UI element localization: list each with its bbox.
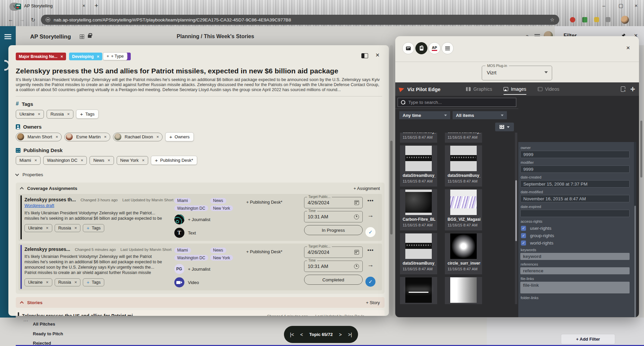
filter-scrollbar[interactable] (640, 45, 643, 317)
image-result-tile[interactable]: BGS_VIZ_Magasinet11/16/15 8:47 AM (445, 189, 482, 230)
hamburger-icon[interactable] (4, 34, 11, 35)
chevron-up-icon[interactable] (20, 301, 23, 305)
status-button[interactable]: In Progress (304, 225, 363, 235)
extension-icon-red[interactable] (570, 17, 575, 22)
clock-icon[interactable] (354, 214, 359, 219)
add-desk-button[interactable]: +Publishing Desk* (151, 156, 197, 165)
status-button[interactable]: Completed (304, 275, 363, 285)
clock-icon[interactable] (354, 264, 359, 269)
remove-icon[interactable]: × (142, 158, 144, 163)
open-story-arrow-icon[interactable]: → (373, 316, 380, 316)
remove-icon[interactable]: × (38, 112, 41, 117)
properties-toggle[interactable]: Properties (16, 172, 382, 177)
remove-icon[interactable]: × (35, 158, 37, 163)
bookmark-star-icon[interactable]: ☆ (550, 17, 554, 23)
split-view-icon[interactable] (361, 53, 368, 58)
checkbox-checked-icon[interactable]: ✓ (521, 233, 526, 238)
panel-close-icon[interactable]: × (626, 44, 630, 52)
modal-close-icon[interactable]: × (375, 51, 379, 59)
pager-last-icon[interactable]: >| (348, 332, 352, 337)
clipboard-icon[interactable] (415, 42, 427, 54)
metadata-scrollbar-thumb[interactable] (634, 206, 636, 317)
grid-view-button[interactable] (495, 123, 514, 131)
image-result-tile[interactable]: dataStreamBusy_...11/16/15 8:47 AM (445, 145, 482, 187)
desk-pill[interactable]: Miami (174, 198, 191, 204)
desk-pill[interactable]: News (210, 248, 226, 253)
rundown-icon[interactable] (402, 42, 414, 54)
sidebar-item-all-pitches[interactable]: All Pitches (33, 322, 55, 327)
chip[interactable]: Russia× (47, 110, 73, 119)
image-result-tile[interactable]: dataStreamBusy_...11/16/15 8:47 AM (400, 233, 437, 274)
target-date-field[interactable]: Target Public...4/26/2024 (304, 247, 363, 258)
tab-images[interactable]: Images (504, 82, 526, 96)
remove-icon[interactable]: × (67, 112, 70, 117)
add-story-button[interactable]: + Story (366, 300, 380, 305)
add-publishing-desk-button[interactable]: + Publishing Desk* (246, 200, 283, 205)
viz-search-input[interactable]: Type to search... (398, 98, 516, 107)
page-scrollbar-thumb[interactable] (390, 141, 393, 234)
filter-scrollbar-thumb[interactable] (640, 121, 642, 178)
metadata-scrollbar[interactable] (634, 142, 636, 317)
desk-pill[interactable]: Washington DC (174, 255, 209, 261)
add-journalist-button[interactable]: + Journalist (188, 217, 211, 222)
meta-field-date-modified[interactable]: November 16, 2015 at 8:47 AM (520, 195, 630, 202)
tab-videos[interactable]: Videos (538, 82, 560, 96)
open-assignment-arrow-icon[interactable]: → (367, 261, 374, 269)
add-owners-button[interactable]: +Owners (165, 132, 194, 141)
type-pill[interactable]: Major Breaking Ne...× (16, 53, 66, 60)
complete-check-icon[interactable]: ✓ (365, 227, 375, 237)
complete-check-icon[interactable]: ✓ (365, 277, 375, 287)
mos-plugin-select[interactable]: MOS Plug-in Vizrt (482, 66, 552, 80)
chevron-up-icon[interactable] (20, 187, 23, 191)
tab-graphics[interactable]: Graphics (466, 82, 492, 96)
desk-pill[interactable]: News (210, 198, 226, 204)
image-result-tile[interactable] (400, 277, 437, 304)
image-result-tile[interactable]: Carbon-Fibre_BLA...11/16/15 8:47 AM (400, 189, 437, 230)
remove-icon[interactable]: × (97, 54, 100, 59)
time-filter-dropdown[interactable]: Any time (399, 111, 450, 119)
meta-field-date-expired[interactable] (520, 210, 630, 217)
tab-close-icon[interactable]: × (82, 3, 85, 8)
extension-icon-yellow[interactable] (594, 17, 599, 22)
chip[interactable]: News× (90, 156, 114, 165)
extension-icon-green[interactable] (582, 17, 587, 22)
list-view-icon[interactable] (442, 42, 454, 54)
meta-field-owner[interactable]: 9999 (520, 151, 630, 158)
chip[interactable]: Esme Martin× (64, 133, 110, 141)
type-pill[interactable]: Developing× (69, 53, 102, 60)
chip[interactable]: Ukraine× (24, 278, 52, 286)
pager-next-icon[interactable]: > (339, 332, 342, 337)
chip[interactable]: Russia× (55, 224, 81, 232)
reload-button[interactable]: ↻ (31, 17, 35, 23)
remove-icon[interactable]: × (56, 134, 58, 139)
chip[interactable]: Russia× (55, 278, 81, 286)
pager-prev-icon[interactable]: < (300, 332, 303, 337)
desk-pill[interactable]: Miami (174, 248, 191, 253)
remove-icon[interactable]: × (46, 225, 49, 230)
extensions-puzzle-icon[interactable] (605, 17, 610, 22)
breadcrumb[interactable]: Planning / This Week's Stories (177, 33, 254, 40)
coverage-assignment-row[interactable]: Zelenskyy presses th...Changed 3 hours a… (18, 194, 382, 241)
desk-pill[interactable]: New York (210, 255, 233, 261)
remove-icon[interactable]: × (156, 134, 159, 139)
window-maximize-button[interactable]: ▢ (619, 3, 623, 9)
chip[interactable]: Miami× (16, 156, 41, 165)
address-bar[interactable]: nab.ap-storytelling.com/APStorytelling/#… (41, 15, 559, 25)
move-icon[interactable]: ✛ (631, 86, 635, 92)
assignment-title[interactable]: Zelenskyy presses... (24, 247, 70, 252)
story-title[interactable]: Zelenskyy presses the US and allies for … (16, 67, 382, 75)
meta-field-file-links[interactable]: file-link (520, 282, 630, 293)
back-button[interactable]: ← (8, 17, 13, 23)
new-tab-button[interactable]: + (95, 2, 98, 9)
calendar-icon[interactable] (354, 250, 359, 255)
site-settings-icon[interactable] (46, 17, 50, 22)
target-date-field[interactable]: Target Public...4/26/2024 (304, 197, 363, 208)
sidebar-item-ready-to-pitch[interactable]: Ready to Pitch (33, 331, 63, 336)
image-result-tile[interactable]: circle_surr_invert211/16/15 8:47 AM (445, 233, 482, 274)
add-type-button[interactable]: ++ Type (103, 52, 127, 60)
desk-pill[interactable]: Washington DC (174, 205, 209, 211)
assignment-title[interactable]: Zelenskyy presses th... (24, 197, 76, 202)
story-summary[interactable]: It's likely Ukrainian President Volodymy… (16, 77, 381, 92)
apps-grid-icon[interactable] (80, 34, 84, 39)
pager-first-icon[interactable]: |< (290, 332, 294, 337)
